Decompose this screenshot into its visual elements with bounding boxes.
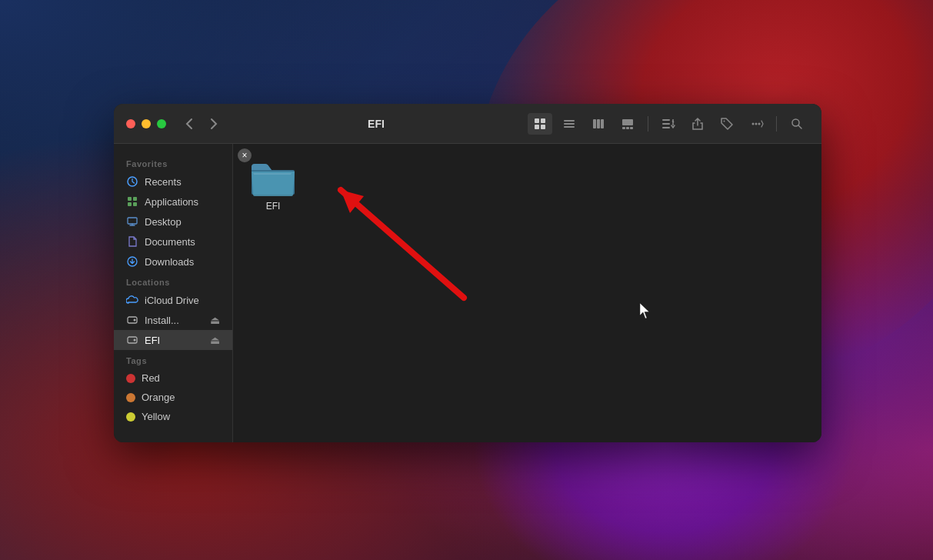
red-tag-dot (126, 374, 135, 383)
locations-label: Locations (114, 272, 232, 290)
svg-point-17 (724, 120, 725, 122)
svg-point-32 (134, 339, 136, 342)
mouse-cursor (640, 303, 652, 323)
yellow-tag-dot (126, 412, 135, 422)
clock-icon (126, 175, 138, 188)
sidebar-item-documents[interactable]: Documents (114, 232, 232, 252)
svg-point-19 (755, 122, 758, 125)
svg-rect-12 (626, 127, 629, 129)
toolbar-actions (528, 113, 809, 135)
svg-rect-3 (541, 125, 545, 129)
sidebar-item-recents[interactable]: Recents (114, 172, 232, 192)
orange-tag-dot (126, 393, 135, 402)
svg-rect-2 (535, 125, 539, 129)
view-column-button[interactable] (586, 113, 611, 135)
svg-rect-24 (133, 197, 137, 201)
arrow-annotation (295, 159, 495, 328)
svg-point-20 (758, 122, 761, 125)
disk-icon-install (126, 314, 138, 326)
sidebar-item-downloads[interactable]: Downloads (114, 252, 232, 272)
sidebar-item-efi-label: EFI (145, 335, 160, 346)
svg-rect-9 (601, 119, 604, 128)
sidebar-item-efi[interactable]: EFI ⏏ (114, 330, 232, 350)
favorites-label: Favorites (114, 153, 232, 172)
nav-buttons (178, 113, 225, 135)
tag-button[interactable] (715, 113, 739, 135)
toolbar-divider-2 (776, 116, 777, 132)
sidebar-item-yellow-label: Yellow (142, 411, 170, 422)
svg-rect-23 (128, 197, 132, 201)
svg-point-18 (752, 122, 755, 125)
sidebar-item-applications-label: Applications (145, 196, 198, 208)
svg-rect-6 (564, 126, 575, 128)
maximize-button[interactable] (157, 119, 166, 128)
svg-rect-26 (133, 202, 137, 206)
svg-rect-8 (597, 119, 600, 128)
forward-button[interactable] (203, 113, 225, 135)
sidebar-item-icloud-label: iCloud Drive (145, 295, 199, 306)
efi-folder-item[interactable]: × EFI (242, 153, 304, 216)
svg-point-30 (134, 319, 136, 322)
sidebar-item-install-label: Install... (145, 315, 179, 326)
svg-rect-4 (564, 120, 575, 122)
svg-rect-15 (662, 123, 670, 125)
sidebar-item-yellow[interactable]: Yellow (114, 407, 232, 426)
svg-rect-11 (622, 127, 625, 129)
traffic-lights (126, 119, 166, 128)
more-options-button[interactable] (744, 113, 768, 135)
close-button[interactable] (126, 119, 135, 128)
svg-rect-14 (662, 119, 670, 121)
search-button[interactable] (785, 113, 809, 135)
svg-rect-13 (630, 127, 633, 129)
svg-rect-1 (541, 118, 545, 123)
eject-install-icon[interactable]: ⏏ (210, 314, 220, 326)
eject-efi-icon[interactable]: ⏏ (210, 334, 220, 346)
view-list-button[interactable] (557, 113, 581, 135)
svg-rect-16 (662, 127, 670, 128)
sidebar-item-applications[interactable]: Applications (114, 192, 232, 212)
folder-icon (250, 158, 296, 196)
desktop-icon (126, 215, 138, 228)
sidebar-item-documents-label: Documents (145, 236, 195, 248)
efi-folder-label: EFI (266, 201, 281, 212)
icloud-icon (126, 294, 138, 306)
share-button[interactable] (685, 113, 710, 135)
svg-rect-10 (622, 119, 633, 125)
sidebar-item-desktop[interactable]: Desktop (114, 212, 232, 232)
applications-icon (126, 195, 138, 208)
sidebar-item-install[interactable]: Install... ⏏ (114, 310, 232, 330)
sidebar-item-recents-label: Recents (145, 176, 182, 188)
tags-label: Tags (114, 350, 232, 368)
documents-icon (126, 235, 138, 248)
view-gallery-button[interactable] (615, 113, 640, 135)
sidebar-item-red[interactable]: Red (114, 368, 232, 388)
disk-icon-efi (126, 334, 138, 346)
svg-rect-5 (564, 123, 575, 125)
folder-badge: × (238, 148, 252, 162)
toolbar: EFI (114, 104, 821, 144)
sidebar-item-desktop-label: Desktop (145, 216, 182, 228)
window-title: EFI (231, 118, 521, 130)
arrange-button[interactable] (656, 113, 681, 135)
view-grid-button[interactable] (528, 113, 552, 135)
sidebar-item-icloud[interactable]: iCloud Drive (114, 290, 232, 310)
minimize-button[interactable] (142, 119, 151, 128)
finder-body: Favorites Recents (114, 144, 821, 442)
svg-rect-7 (593, 119, 596, 128)
finder-window: EFI (114, 104, 821, 442)
svg-line-33 (341, 190, 464, 298)
svg-marker-34 (341, 190, 364, 213)
file-area: × EFI (233, 144, 821, 442)
sidebar-item-red-label: Red (142, 372, 160, 384)
toolbar-divider (648, 116, 648, 132)
sidebar: Favorites Recents (114, 144, 233, 442)
sidebar-item-orange-label: Orange (142, 392, 175, 403)
sidebar-item-downloads-label: Downloads (145, 256, 194, 268)
svg-rect-25 (128, 202, 132, 206)
svg-rect-27 (128, 218, 137, 224)
back-button[interactable] (178, 113, 200, 135)
svg-rect-0 (535, 118, 539, 123)
downloads-icon (126, 255, 138, 268)
sidebar-item-orange[interactable]: Orange (114, 388, 232, 407)
